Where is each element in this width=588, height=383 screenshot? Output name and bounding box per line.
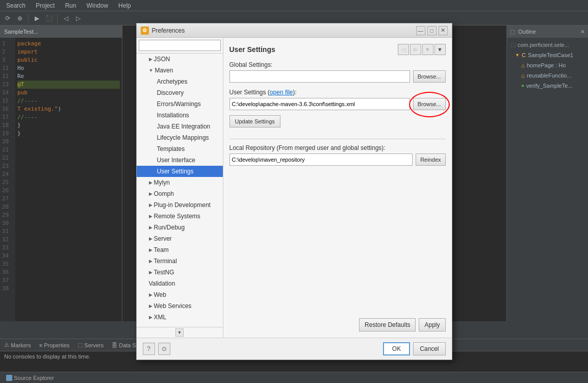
nav-search-area: [137, 38, 223, 54]
nav-web-arrow: ▶: [149, 290, 152, 299]
nav-team[interactable]: ▶ Team: [137, 244, 223, 256]
nav-remote-systems[interactable]: ▶ Remote Systems: [137, 211, 223, 222]
dialog-body: ▶ JSON ▼ Maven Archetypes Discovery: [137, 38, 452, 338]
content-back-btn[interactable]: ◁: [398, 44, 409, 55]
content-nav-arrows: ◁ ⊳ ▼ ▼: [398, 44, 446, 55]
preferences-icon: ⚙: [141, 27, 149, 35]
content-menu-btn[interactable]: ▼: [434, 44, 446, 55]
minimize-button[interactable]: —: [416, 26, 425, 35]
nav-user-interface[interactable]: User Interface: [137, 155, 223, 166]
open-file-link[interactable]: open file: [270, 89, 293, 96]
user-settings-row: Browse...: [229, 98, 446, 110]
content-panel: User Settings ◁ ⊳ ▼ ▼ Global Settings:: [223, 38, 452, 338]
nav-terminal[interactable]: ▶ Terminal: [137, 256, 223, 267]
dialog-title-text: Preferences: [152, 27, 185, 34]
nav-validation[interactable]: Validation: [137, 278, 223, 289]
info-button[interactable]: ⊙: [158, 343, 170, 355]
close-button[interactable]: ✕: [439, 26, 448, 35]
content-fwd-btn[interactable]: ⊳: [410, 44, 421, 55]
user-settings-input[interactable]: [229, 98, 410, 110]
nav-templates[interactable]: Templates: [137, 143, 223, 155]
nav-plugin-arrow: ▶: [149, 200, 152, 210]
dialog-title-controls: — □ ✕: [416, 26, 448, 35]
global-settings-row: Browse...: [229, 70, 446, 83]
footer-left: ? ⊙: [143, 343, 170, 355]
global-settings-section: Global Settings: Browse...: [229, 61, 446, 83]
nav-json[interactable]: ▶ JSON: [137, 54, 223, 65]
nav-testng-arrow: ▶: [149, 268, 152, 277]
content-history-btn[interactable]: ▼: [422, 44, 433, 55]
nav-run-debug[interactable]: ▶ Run/Debug: [137, 222, 223, 233]
dialog-title-bar: ⚙ Preferences — □ ✕: [137, 23, 452, 38]
global-settings-label: Global Settings:: [229, 61, 446, 68]
nav-web-services[interactable]: ▶ Web Services: [137, 300, 223, 312]
local-repo-section: Local Repository (From merged user and g…: [229, 144, 446, 166]
nav-archetypes[interactable]: Archetypes: [137, 76, 223, 87]
content-title: User Settings: [229, 45, 275, 54]
update-settings-button[interactable]: Update Settings: [229, 115, 280, 127]
restore-defaults-button[interactable]: Restore Defaults: [359, 318, 416, 331]
content-header: User Settings ◁ ⊳ ▼ ▼: [229, 44, 446, 55]
nav-team-arrow: ▶: [149, 245, 152, 254]
ok-button[interactable]: OK: [383, 342, 410, 355]
nav-tree: ▶ JSON ▼ Maven Archetypes Discovery: [137, 38, 223, 338]
nav-xml[interactable]: ▶ XML: [137, 312, 223, 323]
preferences-dialog: ⚙ Preferences — □ ✕: [136, 23, 452, 360]
maximize-button[interactable]: □: [427, 26, 437, 35]
dialog-overlay: ⚙ Preferences — □ ✕: [0, 0, 588, 383]
nav-search-input[interactable]: [139, 40, 221, 51]
local-repo-input[interactable]: [229, 154, 413, 166]
nav-discovery[interactable]: Discovery: [137, 87, 223, 98]
nav-scroll[interactable]: ▶ JSON ▼ Maven Archetypes Discovery: [137, 54, 223, 327]
footer-right: OK Cancel: [383, 342, 446, 355]
cancel-button[interactable]: Cancel: [413, 342, 445, 355]
nav-user-settings[interactable]: User Settings: [137, 166, 223, 177]
nav-scroll-down-btn[interactable]: ▼: [175, 328, 184, 337]
nav-testng[interactable]: ▶ TestNG: [137, 267, 223, 278]
nav-lifecycle[interactable]: Lifecycle Mappings: [137, 132, 223, 143]
nav-scroll-down-area: ▼: [137, 327, 223, 338]
nav-java-ee[interactable]: Java EE Integration: [137, 121, 223, 132]
dialog-footer: ? ⊙ OK Cancel: [137, 338, 452, 360]
nav-server-arrow: ▶: [149, 234, 152, 243]
content-spacer: [229, 172, 446, 313]
nav-installations[interactable]: Installations: [137, 110, 223, 121]
local-repo-row: Reindex: [229, 154, 446, 166]
nav-mylyn-arrow: ▶: [149, 178, 152, 187]
nav-xml-arrow: ▶: [149, 313, 152, 322]
reindex-button[interactable]: Reindex: [416, 154, 445, 166]
nav-maven-arrow: ▼: [149, 66, 154, 75]
apply-button[interactable]: Apply: [419, 318, 445, 331]
user-settings-section: User Settings (open file): Browse... Upd…: [229, 89, 446, 127]
user-settings-label: User Settings (open file):: [229, 89, 446, 96]
update-settings-area: Update Settings: [229, 113, 446, 127]
nav-webservices-arrow: ▶: [149, 301, 152, 311]
nav-rundebug-arrow: ▶: [149, 223, 152, 232]
nav-terminal-arrow: ▶: [149, 257, 152, 266]
nav-plugin-dev[interactable]: ▶ Plug-in Development: [137, 199, 223, 211]
section-divider: [229, 139, 446, 139]
content-footer-buttons: Restore Defaults Apply: [229, 313, 446, 331]
ide-background: Search Project Run Window Help ⟳ ⊕ ▶ ⬛ ◁…: [0, 0, 588, 383]
nav-oomph-arrow: ▶: [149, 189, 152, 198]
nav-mylyn[interactable]: ▶ Mylyn: [137, 177, 223, 188]
global-settings-input[interactable]: [229, 70, 410, 83]
nav-maven[interactable]: ▼ Maven: [137, 65, 223, 76]
nav-web[interactable]: ▶ Web: [137, 289, 223, 300]
dialog-title-left: ⚙ Preferences: [141, 27, 185, 35]
help-button[interactable]: ?: [143, 343, 155, 355]
nav-json-arrow: ▶: [149, 55, 152, 64]
nav-errors-warnings[interactable]: Errors/Warnings: [137, 98, 223, 110]
local-repo-label: Local Repository (From merged user and g…: [229, 144, 446, 151]
user-browse-button[interactable]: Browse...: [413, 98, 446, 110]
nav-server[interactable]: ▶ Server: [137, 233, 223, 244]
nav-oomph[interactable]: ▶ Oomph: [137, 188, 223, 199]
nav-remote-arrow: ▶: [149, 212, 152, 221]
global-browse-button[interactable]: Browse...: [413, 70, 446, 83]
